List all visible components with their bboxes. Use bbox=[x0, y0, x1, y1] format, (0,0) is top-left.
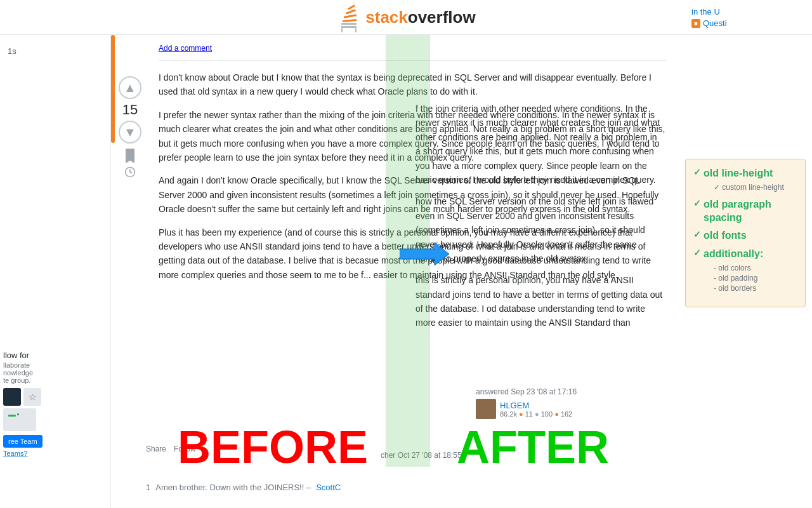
right-para1: f the join criteria with other needed wh… bbox=[416, 102, 663, 187]
commenter-link[interactable]: ScottC bbox=[316, 483, 341, 492]
user-rep: 86.2k ● 11 ● 100 ● 162 bbox=[500, 410, 572, 418]
svg-rect-2 bbox=[343, 19, 357, 22]
check-item-paragraph-spacing: ✓ old paragraph spacing bbox=[693, 198, 797, 225]
teams-desc2: nowledge bbox=[3, 369, 108, 377]
teams-for-label: llow for bbox=[3, 351, 29, 360]
teams-desc3: te group. bbox=[3, 377, 108, 384]
logo-overflow: overflow bbox=[408, 8, 476, 27]
add-comment-link[interactable]: Add a comment bbox=[159, 41, 666, 61]
svg-rect-4 bbox=[346, 9, 356, 14]
check-label-additionally: additionally: bbox=[704, 248, 763, 259]
teams-desc1: llaborate bbox=[3, 361, 108, 369]
check-item-line-height: ✓ old line-height ✓ custom line-height bbox=[693, 167, 797, 193]
user-card: HLGEM 86.2k ● 11 ● 100 ● 162 bbox=[476, 399, 577, 419]
check-icon-paragraph-spacing: ✓ bbox=[693, 198, 701, 208]
teams-icons: ☆ bbox=[3, 388, 108, 406]
check-label-fonts: old fonts bbox=[704, 229, 747, 243]
so-logo-icon bbox=[336, 2, 362, 32]
sub-items-additionally: - old colors - old padding - old borders bbox=[704, 264, 763, 293]
rss-icon: ■ bbox=[691, 19, 700, 28]
right-para3: this is strictly a personal opinion, you… bbox=[416, 273, 663, 330]
before-label: BEFORE bbox=[178, 421, 368, 473]
vote-count: 15 bbox=[122, 102, 138, 118]
check-label-line-height: old line-height bbox=[704, 168, 773, 178]
svg-rect-11 bbox=[8, 418, 16, 420]
right-para2: how the SQL Server version of the old st… bbox=[416, 194, 663, 265]
svg-marker-9 bbox=[400, 243, 449, 265]
gold-badge-count: 11 bbox=[525, 410, 533, 418]
vote-up-button[interactable]: ▲ bbox=[119, 76, 141, 99]
user-avatar bbox=[476, 399, 496, 419]
svg-rect-13 bbox=[17, 413, 19, 415]
svg-rect-1 bbox=[341, 23, 357, 25]
check-label-paragraph-spacing: old paragraph spacing bbox=[704, 198, 797, 225]
check-item-additionally: ✓ additionally: - old colors - old paddi… bbox=[693, 248, 797, 294]
comment-text: Amen brother. Down with the JOINERS!! – bbox=[155, 483, 311, 492]
check-icon-additionally: ✓ bbox=[693, 248, 701, 258]
teams-icon-chat: ☆ bbox=[23, 388, 41, 406]
gold-badge-dot: ● bbox=[519, 410, 523, 418]
bookmark-icon[interactable] bbox=[124, 149, 136, 164]
so-logo-text: stackoverflow bbox=[365, 8, 475, 27]
teams-create-button[interactable]: ree Team bbox=[3, 435, 43, 448]
comment-number: 1 bbox=[146, 483, 150, 492]
second-answer-date: cher Oct 27 '08 at 18:55 bbox=[381, 451, 462, 460]
svg-rect-14 bbox=[17, 417, 19, 419]
answered-date: answered Sep 23 '08 at 17:16 bbox=[476, 387, 577, 396]
svg-rect-10 bbox=[8, 415, 16, 417]
check-item-fonts: ✓ old fonts bbox=[693, 229, 797, 243]
check-icon-line-height: ✓ bbox=[693, 167, 701, 177]
answer-meta: answered Sep 23 '08 at 17:16 HLGEM 86.2k… bbox=[476, 387, 577, 419]
username[interactable]: HLGEM bbox=[500, 401, 572, 410]
teams-title: llow for bbox=[3, 351, 108, 360]
sub-item-custom-line-height: ✓ custom line-height bbox=[714, 183, 784, 192]
add-comment-text[interactable]: Add a comment bbox=[159, 44, 212, 53]
rss-link[interactable]: Questi bbox=[703, 18, 727, 28]
svg-rect-12 bbox=[8, 422, 16, 424]
teams-desc: llaborate nowledge te group. bbox=[3, 361, 108, 384]
top-right-rss: ■ Questi bbox=[691, 18, 806, 28]
svg-rect-7 bbox=[355, 26, 357, 32]
user-info: HLGEM 86.2k ● 11 ● 100 ● 162 bbox=[500, 401, 572, 418]
right-info-panel: ✓ old line-height ✓ custom line-height ✓… bbox=[685, 159, 806, 307]
vote-area: ▲ 15 ▼ bbox=[117, 76, 143, 178]
so-logo[interactable]: stackoverflow bbox=[336, 2, 475, 32]
after-label: AFTER bbox=[457, 421, 609, 473]
bronze-badge-dot: ● bbox=[554, 410, 559, 418]
arrow-indicator bbox=[400, 241, 450, 269]
teams-link[interactable]: Teams? bbox=[3, 450, 108, 457]
history-icon[interactable] bbox=[124, 166, 136, 178]
teams-list-preview bbox=[3, 408, 36, 431]
teams-icon-dark bbox=[3, 388, 21, 406]
svg-rect-5 bbox=[348, 4, 355, 10]
sub-item-old-borders: - old borders bbox=[714, 284, 763, 293]
scrollbar-indicator[interactable] bbox=[111, 35, 115, 143]
sidebar-item-partial: 1s bbox=[0, 41, 110, 61]
rep-value: 86.2k bbox=[500, 410, 517, 418]
sidebar-partial-text: 1s bbox=[8, 46, 16, 56]
silver-badge-count: 100 bbox=[541, 410, 553, 418]
sub-item-old-colors: - old colors bbox=[714, 264, 763, 272]
top-right-area: in the U ■ Questi bbox=[685, 0, 812, 35]
sub-items-line-height: ✓ custom line-height bbox=[704, 183, 784, 192]
teams-button-label: ree Team bbox=[8, 438, 37, 445]
logo-stack: stack bbox=[365, 8, 408, 27]
check-icon-fonts: ✓ bbox=[693, 229, 701, 239]
svg-rect-0 bbox=[341, 26, 357, 28]
vote-down-button[interactable]: ▼ bbox=[119, 121, 141, 144]
share-link[interactable]: Share bbox=[146, 444, 166, 453]
silver-badge-dot: ● bbox=[535, 410, 539, 418]
sub-item-old-padding: - old padding bbox=[714, 274, 763, 283]
second-answer-meta: cher Oct 27 '08 at 18:55 bbox=[381, 451, 462, 460]
svg-rect-6 bbox=[341, 26, 343, 32]
teams-box: llow for llaborate nowledge te group. ☆ … bbox=[3, 351, 108, 457]
svg-rect-3 bbox=[344, 14, 357, 18]
bronze-badge-count: 162 bbox=[561, 410, 572, 418]
top-right-link[interactable]: in the U bbox=[691, 7, 806, 17]
right-text-overlay: f the join criteria with other needed wh… bbox=[416, 102, 663, 338]
comment-row: 1 Amen brother. Down with the JOINERS!! … bbox=[146, 483, 341, 492]
post-paragraph-1: I don't know about Oracle but I know tha… bbox=[159, 70, 666, 99]
